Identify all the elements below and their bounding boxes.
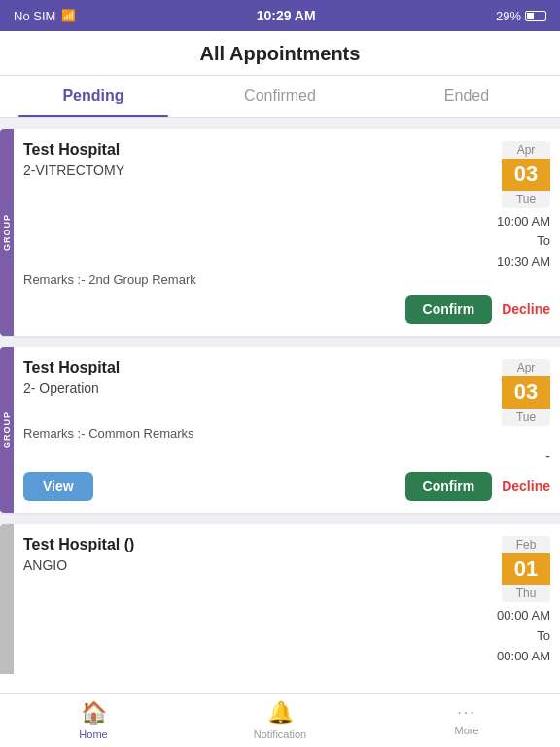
date-day: 01 bbox=[502, 553, 550, 586]
group-label: GROUP bbox=[2, 214, 12, 251]
card-side-group: GROUP bbox=[0, 129, 14, 336]
home-label: Home bbox=[79, 729, 107, 740]
notification-icon: 🔔 bbox=[267, 700, 294, 726]
hospital-name: Test Hospital bbox=[23, 359, 492, 376]
card-top: Test Hospital 2- Operation Apr 03 Tue bbox=[23, 359, 550, 426]
confirm-button[interactable]: Confirm bbox=[405, 295, 493, 324]
remarks: Remarks :- Common Remarks bbox=[23, 426, 550, 441]
status-carrier: No SIM 📶 bbox=[14, 9, 76, 23]
page-title: All Appointments bbox=[200, 43, 361, 64]
notification-label: Notification bbox=[254, 729, 306, 740]
appointment-card: GROUP Test Hospital 2- Operation Apr 03 … bbox=[0, 347, 560, 513]
card-top: Test Hospital 2-VITRECTOMY Apr 03 Tue 10… bbox=[23, 141, 550, 272]
date-badge: Feb 01 Thu bbox=[502, 536, 550, 603]
confirm-button[interactable]: Confirm bbox=[405, 472, 493, 501]
status-battery: 29% bbox=[496, 9, 546, 23]
procedure: 2-VITRECTOMY bbox=[23, 162, 492, 178]
card-body: Test Hospital 2-VITRECTOMY Apr 03 Tue 10… bbox=[14, 129, 560, 336]
card-top: Test Hospital () ANGIO Feb 01 Thu 00:00 … bbox=[23, 536, 550, 667]
procedure: ANGIO bbox=[23, 557, 492, 573]
card-body: Test Hospital 2- Operation Apr 03 Tue Re… bbox=[14, 347, 560, 513]
card-info: Test Hospital 2- Operation bbox=[23, 359, 492, 402]
date-weekday: Tue bbox=[502, 191, 550, 208]
card-side bbox=[0, 524, 14, 674]
procedure: 2- Operation bbox=[23, 380, 492, 396]
bottom-tab-notification[interactable]: 🔔 Notification bbox=[187, 694, 373, 747]
decline-button[interactable]: Decline bbox=[502, 479, 550, 494]
bottom-tab-more[interactable]: ··· More bbox=[373, 694, 560, 747]
date-day: 03 bbox=[502, 159, 550, 191]
appointment-card: GROUP Test Hospital 2-VITRECTOMY Apr 03 … bbox=[0, 129, 560, 336]
group-label: GROUP bbox=[2, 411, 12, 448]
hospital-name: Test Hospital bbox=[23, 141, 492, 159]
dash: - bbox=[23, 448, 550, 464]
more-icon: ··· bbox=[457, 704, 475, 722]
wifi-icon: 📶 bbox=[61, 9, 76, 22]
date-weekday: Thu bbox=[502, 585, 550, 602]
date-month: Apr bbox=[502, 141, 550, 159]
battery-icon bbox=[525, 11, 546, 21]
bottom-tab-home[interactable]: 🏠 Home bbox=[0, 694, 187, 747]
appointments-list: GROUP Test Hospital 2-VITRECTOMY Apr 03 … bbox=[0, 118, 560, 674]
bottom-tab-bar: 🏠 Home 🔔 Notification ··· More bbox=[0, 693, 560, 747]
tab-confirmed[interactable]: Confirmed bbox=[187, 76, 373, 117]
hospital-name: Test Hospital () bbox=[23, 536, 492, 553]
date-badge: Apr 03 Tue bbox=[502, 141, 550, 208]
tab-ended[interactable]: Ended bbox=[373, 76, 560, 117]
date-month: Feb bbox=[502, 536, 550, 553]
time-info: 10:00 AM To 10:30 AM bbox=[497, 212, 550, 272]
card-side-group: GROUP bbox=[0, 347, 14, 513]
date-weekday: Tue bbox=[502, 409, 550, 426]
nav-bar: All Appointments bbox=[0, 31, 560, 76]
date-day: 03 bbox=[502, 376, 550, 409]
date-month: Apr bbox=[502, 359, 550, 376]
status-bar: No SIM 📶 10:29 AM 29% bbox=[0, 0, 560, 31]
more-label: More bbox=[454, 725, 478, 736]
view-button[interactable]: View bbox=[23, 472, 93, 501]
status-time: 10:29 AM bbox=[257, 8, 316, 23]
card-actions: View Confirm Decline bbox=[23, 472, 550, 501]
date-badge: Apr 03 Tue bbox=[502, 359, 550, 426]
date-section: Apr 03 Tue bbox=[492, 359, 550, 426]
appointment-card: Test Hospital () ANGIO Feb 01 Thu 00:00 … bbox=[0, 524, 560, 674]
card-body: Test Hospital () ANGIO Feb 01 Thu 00:00 … bbox=[14, 524, 560, 674]
tab-bar: Pending Confirmed Ended bbox=[0, 76, 560, 118]
home-icon: 🏠 bbox=[81, 700, 107, 726]
tab-pending[interactable]: Pending bbox=[0, 76, 187, 117]
remarks: Remarks :- 2nd Group Remark bbox=[23, 272, 550, 287]
date-section: Feb 01 Thu 00:00 AM To 00:00 AM bbox=[492, 536, 550, 667]
time-info: 00:00 AM To 00:00 AM bbox=[497, 606, 550, 666]
card-actions: Confirm Decline bbox=[23, 295, 550, 324]
card-info: Test Hospital () ANGIO bbox=[23, 536, 492, 579]
date-section: Apr 03 Tue 10:00 AM To 10:30 AM bbox=[492, 141, 550, 272]
decline-button[interactable]: Decline bbox=[502, 302, 550, 317]
card-info: Test Hospital 2-VITRECTOMY bbox=[23, 141, 492, 184]
